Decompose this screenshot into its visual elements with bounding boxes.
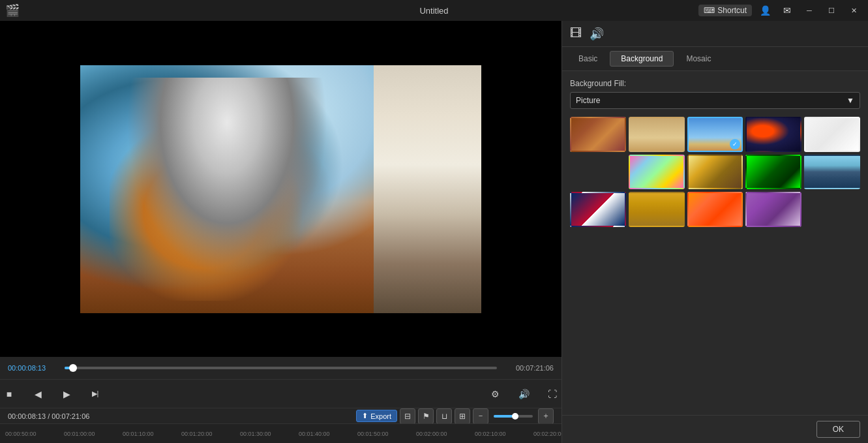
link-icon: ⊔ [441, 412, 447, 421]
panel-content: Background Fill: Picture ▼ ✓ [562, 71, 868, 415]
background-thumbnail[interactable] [570, 192, 626, 227]
timeline-icon-btn[interactable]: ⊟ [400, 408, 415, 424]
timeline-tick: 00:01:20:00 [181, 431, 240, 437]
background-thumbnail[interactable] [687, 192, 743, 227]
stop-button[interactable]: ■ [0, 385, 18, 403]
prev-frame-button[interactable]: ◀ [29, 385, 47, 403]
preview-area: 00:00:08:13 00:07:21:06 ■ ◀ ▶ ▶| [0, 21, 561, 443]
timeline-tick: 00:02:20:00 [533, 431, 561, 437]
maximize-button[interactable]: ☐ [822, 3, 841, 18]
zoom-in-icon: ＋ [542, 410, 550, 421]
background-thumbnail[interactable] [687, 155, 743, 190]
zoom-out-icon: － [477, 410, 485, 421]
flag-icon: ⚑ [423, 412, 430, 421]
background-thumbnail[interactable] [629, 155, 685, 190]
shortcut-button[interactable]: ⌨ Shortcut [698, 5, 752, 16]
background-thumbnail[interactable]: ✓ [687, 117, 743, 152]
ok-button-area: OK [562, 415, 868, 443]
video-panel-icon[interactable]: 🎞 [570, 27, 582, 40]
play-button[interactable]: ▶ [57, 385, 76, 403]
tab-basic-label: Basic [578, 54, 597, 63]
time-current: 00:00:08:13 [8, 364, 57, 372]
main-area: 00:00:08:13 00:07:21:06 ■ ◀ ▶ ▶| [0, 21, 868, 443]
astronaut-figure [110, 78, 344, 301]
film-icon: 🎬 [5, 3, 20, 18]
user-icon: 👤 [760, 5, 771, 16]
next-frame-button[interactable]: ▶| [86, 385, 104, 403]
background-fill-dropdown[interactable]: Picture ▼ [570, 92, 860, 109]
time-info-bar: 00:00:08:13 / 00:07:21:06 ⬆ Export ⊟ ⚑ ⊔… [0, 408, 561, 423]
tab-background-label: Background [621, 54, 663, 63]
keyboard-icon: ⌨ [704, 6, 715, 15]
time-total: 00:07:21:06 [505, 364, 554, 372]
fullscreen-button[interactable]: ⛶ [543, 385, 561, 403]
timeline-tick: 00:00:50:00 [5, 431, 64, 437]
background-thumbnail[interactable] [745, 192, 801, 227]
tab-basic[interactable]: Basic [567, 51, 608, 67]
timeline-tick: 00:01:50:00 [357, 431, 416, 437]
timeline: 00:00:50:0000:01:00:0000:01:10:0000:01:2… [0, 423, 561, 443]
mail-icon-btn[interactable]: ✉ [778, 3, 796, 18]
user-icon-btn[interactable]: 👤 [756, 3, 774, 18]
titlebar-controls: ⌨ Shortcut 👤 ✉ ─ ☐ ✕ [698, 3, 863, 18]
playback-bar: 00:00:08:13 00:07:21:06 [0, 357, 561, 379]
close-button[interactable]: ✕ [845, 3, 863, 18]
mail-icon: ✉ [783, 5, 791, 16]
video-frame-left [80, 65, 374, 313]
shortcut-label: Shortcut [717, 6, 747, 15]
audio-panel-icon[interactable]: 🔊 [590, 27, 604, 41]
minimize-button[interactable]: ─ [800, 3, 818, 18]
zoom-out-btn[interactable]: － [473, 408, 488, 424]
tab-background[interactable]: Background [610, 51, 674, 67]
zoom-in-btn[interactable]: ＋ [538, 408, 554, 424]
zoom-slider[interactable] [494, 415, 533, 418]
background-fill-label: Background Fill: [570, 79, 860, 88]
panel-header: 🎞 🔊 [562, 21, 868, 47]
progress-thumb[interactable] [69, 364, 77, 372]
background-thumbnail[interactable] [629, 117, 685, 152]
video-frame-right [374, 65, 481, 313]
background-thumbnail[interactable] [804, 155, 860, 190]
split-video [0, 21, 561, 357]
background-thumbnail[interactable] [570, 117, 626, 152]
export-button[interactable]: ⬆ Export [356, 410, 397, 422]
settings-button[interactable]: ⚙ [486, 385, 504, 403]
background-thumbnail[interactable] [629, 192, 685, 227]
timeline-icon: ⊟ [404, 412, 411, 421]
timeline-tick: 00:02:00:00 [416, 431, 475, 437]
flag-icon-btn[interactable]: ⚑ [418, 408, 434, 424]
tab-mosaic[interactable]: Mosaic [675, 51, 722, 67]
grid-icon: ⊞ [459, 412, 466, 421]
background-thumbnail[interactable] [745, 155, 801, 190]
control-buttons: ■ ◀ ▶ ▶| ⚙ 🔊 ⛶ [0, 379, 561, 408]
person-background [374, 65, 481, 313]
timeline-tick: 00:01:00:00 [64, 431, 123, 437]
time-display: 00:00:08:13 / 00:07:21:06 [8, 412, 89, 420]
volume-button[interactable]: 🔊 [515, 385, 533, 403]
dropdown-value: Picture [576, 96, 600, 105]
tab-mosaic-label: Mosaic [686, 54, 711, 63]
link-icon-btn[interactable]: ⊔ [436, 408, 452, 424]
timeline-tick: 00:01:10:00 [123, 431, 181, 437]
video-preview [0, 21, 561, 357]
progress-bar[interactable] [65, 367, 497, 369]
background-thumbnail[interactable] [570, 155, 626, 190]
ok-button[interactable]: OK [816, 421, 860, 438]
timeline-tick: 00:02:10:00 [475, 431, 533, 437]
background-image-grid: ✓ [570, 117, 860, 227]
timeline-tick: 00:01:30:00 [240, 431, 299, 437]
panel-tabs: Basic Background Mosaic [562, 47, 868, 71]
background-thumbnail[interactable] [804, 117, 860, 152]
titlebar-left: 🎬 [5, 3, 20, 18]
toolbar-right-buttons: ⬆ Export ⊟ ⚑ ⊔ ⊞ － [356, 408, 554, 424]
selected-checkmark: ✓ [730, 139, 740, 149]
export-label: Export [370, 412, 391, 420]
window-title: Untitled [419, 6, 448, 16]
right-panel: 🎞 🔊 Basic Background Mosaic Background F… [561, 21, 868, 443]
background-thumbnail[interactable] [745, 117, 801, 152]
chevron-down-icon: ▼ [846, 96, 854, 105]
timeline-tick: 00:01:40:00 [299, 431, 357, 437]
grid-icon-btn[interactable]: ⊞ [455, 408, 470, 424]
export-icon: ⬆ [362, 412, 368, 420]
titlebar: 🎬 Untitled ⌨ Shortcut 👤 ✉ ─ ☐ ✕ [0, 0, 868, 21]
